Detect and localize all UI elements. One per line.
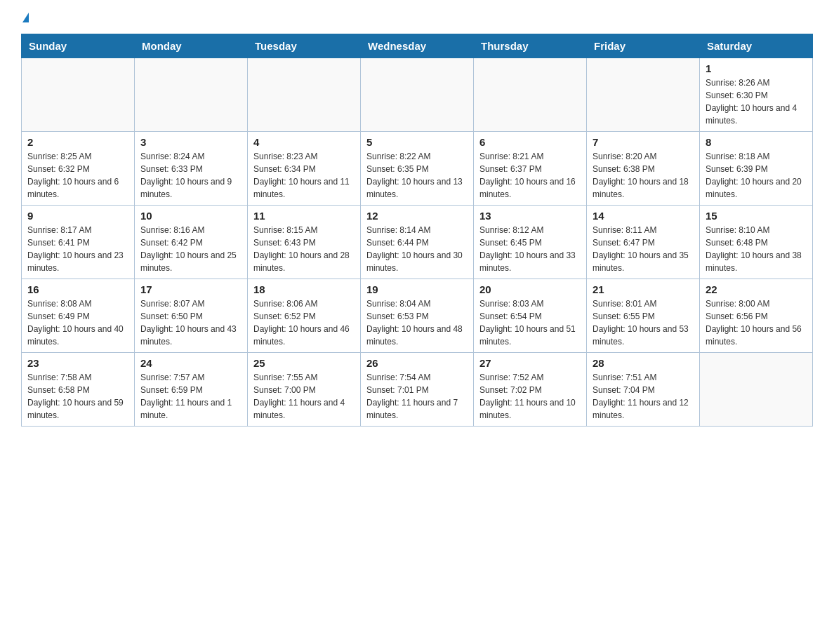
day-info: Sunrise: 7:57 AM Sunset: 6:59 PM Dayligh… xyxy=(140,371,241,422)
logo-triangle-icon xyxy=(22,13,29,22)
day-of-week-header: Thursday xyxy=(474,34,587,58)
day-number: 15 xyxy=(706,210,807,222)
day-number: 23 xyxy=(27,357,128,369)
day-info: Sunrise: 8:22 AM Sunset: 6:35 PM Dayligh… xyxy=(366,150,468,201)
page-header xyxy=(21,14,813,21)
calendar-cell: 6Sunrise: 8:21 AM Sunset: 6:37 PM Daylig… xyxy=(474,132,587,206)
calendar-cell: 11Sunrise: 8:15 AM Sunset: 6:43 PM Dayli… xyxy=(248,206,361,279)
calendar-cell: 5Sunrise: 8:22 AM Sunset: 6:35 PM Daylig… xyxy=(361,132,474,206)
day-number: 12 xyxy=(366,210,468,222)
calendar-cell: 4Sunrise: 8:23 AM Sunset: 6:34 PM Daylig… xyxy=(248,132,361,206)
calendar-header: SundayMondayTuesdayWednesdayThursdayFrid… xyxy=(22,34,813,58)
day-info: Sunrise: 8:11 AM Sunset: 6:47 PM Dayligh… xyxy=(593,224,694,274)
calendar-cell: 27Sunrise: 7:52 AM Sunset: 7:02 PM Dayli… xyxy=(474,353,587,427)
day-of-week-header: Sunday xyxy=(22,34,135,58)
days-of-week-row: SundayMondayTuesdayWednesdayThursdayFrid… xyxy=(22,34,813,58)
day-number: 7 xyxy=(593,136,694,148)
calendar-week-row: 23Sunrise: 7:58 AM Sunset: 6:58 PM Dayli… xyxy=(22,353,813,427)
day-info: Sunrise: 8:24 AM Sunset: 6:33 PM Dayligh… xyxy=(140,150,241,201)
day-number: 21 xyxy=(593,283,694,295)
calendar-body: 1Sunrise: 8:26 AM Sunset: 6:30 PM Daylig… xyxy=(22,58,813,427)
day-info: Sunrise: 8:03 AM Sunset: 6:54 PM Dayligh… xyxy=(479,297,581,348)
calendar-cell: 21Sunrise: 8:01 AM Sunset: 6:55 PM Dayli… xyxy=(587,279,700,353)
day-number: 11 xyxy=(253,210,355,222)
day-info: Sunrise: 7:54 AM Sunset: 7:01 PM Dayligh… xyxy=(366,371,468,422)
day-info: Sunrise: 8:15 AM Sunset: 6:43 PM Dayligh… xyxy=(253,224,355,274)
day-number: 28 xyxy=(593,357,694,369)
calendar-week-row: 2Sunrise: 8:25 AM Sunset: 6:32 PM Daylig… xyxy=(22,132,813,206)
day-number: 8 xyxy=(706,136,807,148)
day-number: 25 xyxy=(253,357,355,369)
calendar-cell: 22Sunrise: 8:00 AM Sunset: 6:56 PM Dayli… xyxy=(700,279,813,353)
calendar-cell: 10Sunrise: 8:16 AM Sunset: 6:42 PM Dayli… xyxy=(135,206,248,279)
day-number: 22 xyxy=(706,283,807,295)
calendar-cell: 18Sunrise: 8:06 AM Sunset: 6:52 PM Dayli… xyxy=(248,279,361,353)
day-number: 27 xyxy=(479,357,581,369)
calendar-cell xyxy=(587,58,700,132)
day-number: 14 xyxy=(593,210,694,222)
calendar-week-row: 16Sunrise: 8:08 AM Sunset: 6:49 PM Dayli… xyxy=(22,279,813,353)
day-number: 13 xyxy=(479,210,581,222)
calendar-cell: 2Sunrise: 8:25 AM Sunset: 6:32 PM Daylig… xyxy=(22,132,135,206)
calendar-cell: 17Sunrise: 8:07 AM Sunset: 6:50 PM Dayli… xyxy=(135,279,248,353)
day-number: 1 xyxy=(706,62,807,74)
calendar-cell: 3Sunrise: 8:24 AM Sunset: 6:33 PM Daylig… xyxy=(135,132,248,206)
calendar-cell: 12Sunrise: 8:14 AM Sunset: 6:44 PM Dayli… xyxy=(361,206,474,279)
day-info: Sunrise: 8:10 AM Sunset: 6:48 PM Dayligh… xyxy=(706,224,807,274)
calendar-cell: 8Sunrise: 8:18 AM Sunset: 6:39 PM Daylig… xyxy=(700,132,813,206)
calendar-cell xyxy=(135,58,248,132)
calendar-cell: 15Sunrise: 8:10 AM Sunset: 6:48 PM Dayli… xyxy=(700,206,813,279)
calendar-cell xyxy=(248,58,361,132)
day-info: Sunrise: 7:51 AM Sunset: 7:04 PM Dayligh… xyxy=(593,371,694,422)
day-number: 20 xyxy=(479,283,581,295)
calendar-cell: 25Sunrise: 7:55 AM Sunset: 7:00 PM Dayli… xyxy=(248,353,361,427)
day-number: 17 xyxy=(140,283,241,295)
calendar-cell xyxy=(361,58,474,132)
calendar-cell: 28Sunrise: 7:51 AM Sunset: 7:04 PM Dayli… xyxy=(587,353,700,427)
day-info: Sunrise: 8:26 AM Sunset: 6:30 PM Dayligh… xyxy=(706,76,807,127)
calendar-week-row: 1Sunrise: 8:26 AM Sunset: 6:30 PM Daylig… xyxy=(22,58,813,132)
calendar-cell: 26Sunrise: 7:54 AM Sunset: 7:01 PM Dayli… xyxy=(361,353,474,427)
calendar-cell: 20Sunrise: 8:03 AM Sunset: 6:54 PM Dayli… xyxy=(474,279,587,353)
calendar-cell: 23Sunrise: 7:58 AM Sunset: 6:58 PM Dayli… xyxy=(22,353,135,427)
day-info: Sunrise: 7:55 AM Sunset: 7:00 PM Dayligh… xyxy=(253,371,355,422)
day-info: Sunrise: 8:18 AM Sunset: 6:39 PM Dayligh… xyxy=(706,150,807,201)
day-number: 3 xyxy=(140,136,241,148)
day-number: 19 xyxy=(366,283,468,295)
day-number: 24 xyxy=(140,357,241,369)
day-info: Sunrise: 8:17 AM Sunset: 6:41 PM Dayligh… xyxy=(27,224,128,274)
day-info: Sunrise: 8:25 AM Sunset: 6:32 PM Dayligh… xyxy=(27,150,128,201)
day-of-week-header: Saturday xyxy=(700,34,813,58)
calendar-cell: 9Sunrise: 8:17 AM Sunset: 6:41 PM Daylig… xyxy=(22,206,135,279)
day-info: Sunrise: 8:07 AM Sunset: 6:50 PM Dayligh… xyxy=(140,297,241,348)
day-info: Sunrise: 8:00 AM Sunset: 6:56 PM Dayligh… xyxy=(706,297,807,348)
day-info: Sunrise: 8:23 AM Sunset: 6:34 PM Dayligh… xyxy=(253,150,355,201)
calendar-cell xyxy=(700,353,813,427)
calendar-cell: 13Sunrise: 8:12 AM Sunset: 6:45 PM Dayli… xyxy=(474,206,587,279)
day-number: 6 xyxy=(479,136,581,148)
day-number: 2 xyxy=(27,136,128,148)
day-of-week-header: Wednesday xyxy=(361,34,474,58)
day-info: Sunrise: 8:21 AM Sunset: 6:37 PM Dayligh… xyxy=(479,150,581,201)
calendar-cell: 16Sunrise: 8:08 AM Sunset: 6:49 PM Dayli… xyxy=(22,279,135,353)
day-info: Sunrise: 8:12 AM Sunset: 6:45 PM Dayligh… xyxy=(479,224,581,274)
day-number: 26 xyxy=(366,357,468,369)
day-info: Sunrise: 8:14 AM Sunset: 6:44 PM Dayligh… xyxy=(366,224,468,274)
day-of-week-header: Friday xyxy=(587,34,700,58)
day-info: Sunrise: 8:20 AM Sunset: 6:38 PM Dayligh… xyxy=(593,150,694,201)
calendar-cell xyxy=(22,58,135,132)
calendar-cell: 1Sunrise: 8:26 AM Sunset: 6:30 PM Daylig… xyxy=(700,58,813,132)
calendar-table: SundayMondayTuesdayWednesdayThursdayFrid… xyxy=(21,34,813,427)
calendar-cell: 24Sunrise: 7:57 AM Sunset: 6:59 PM Dayli… xyxy=(135,353,248,427)
day-number: 5 xyxy=(366,136,468,148)
day-info: Sunrise: 8:08 AM Sunset: 6:49 PM Dayligh… xyxy=(27,297,128,348)
day-info: Sunrise: 8:06 AM Sunset: 6:52 PM Dayligh… xyxy=(253,297,355,348)
day-info: Sunrise: 7:58 AM Sunset: 6:58 PM Dayligh… xyxy=(27,371,128,422)
day-number: 4 xyxy=(253,136,355,148)
day-info: Sunrise: 8:16 AM Sunset: 6:42 PM Dayligh… xyxy=(140,224,241,274)
day-info: Sunrise: 8:01 AM Sunset: 6:55 PM Dayligh… xyxy=(593,297,694,348)
day-number: 9 xyxy=(27,210,128,222)
calendar-week-row: 9Sunrise: 8:17 AM Sunset: 6:41 PM Daylig… xyxy=(22,206,813,279)
calendar-cell: 7Sunrise: 8:20 AM Sunset: 6:38 PM Daylig… xyxy=(587,132,700,206)
day-number: 16 xyxy=(27,283,128,295)
